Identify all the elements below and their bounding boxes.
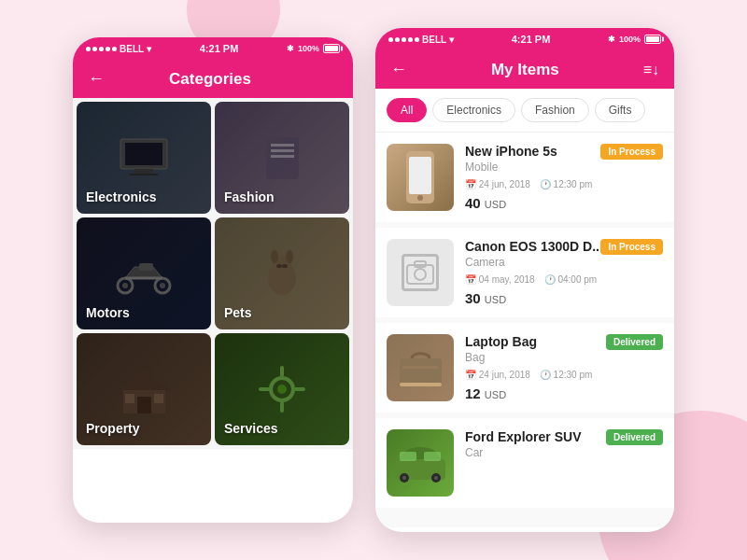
- my-items-phone: BELL ▾ 4:21 PM ✱ 100% ← My Items ≡↓ All …: [375, 28, 674, 532]
- suv-svg: [392, 442, 448, 484]
- tab-fashion[interactable]: Fashion: [521, 98, 589, 122]
- svg-point-33: [417, 195, 423, 201]
- item-meta-iphone: 📅 24 jun, 2018 🕐 12:30 pm: [465, 179, 663, 189]
- item-status-iphone: In Process: [600, 144, 663, 160]
- signal-dots-right: [388, 37, 419, 42]
- carrier-left: BELL: [120, 44, 144, 54]
- category-electronics[interactable]: Electronics: [77, 102, 211, 214]
- pets-label: Pets: [224, 305, 252, 320]
- tab-gifts[interactable]: Gifts: [595, 98, 646, 122]
- item-image-suv: [387, 429, 454, 497]
- signal-dot-3: [99, 47, 104, 51]
- svg-rect-37: [400, 358, 442, 386]
- my-items-header: ← My Items ≡↓: [375, 50, 674, 89]
- battery-text-left: 100%: [298, 44, 319, 53]
- item-date-camera: 📅 04 may, 2018: [465, 274, 535, 285]
- item-price-iphone: 40 USD: [465, 195, 663, 211]
- camera-placeholder: [402, 254, 439, 291]
- status-right-left: ✱ 100%: [287, 44, 340, 53]
- item-meta-bag: 📅 24 jun, 2018 🕐 12:30 pm: [465, 370, 663, 380]
- battery-text-right: 100%: [619, 35, 641, 44]
- item-image-camera: [387, 239, 454, 306]
- item-time-camera: 🕐 04:00 pm: [544, 274, 597, 285]
- tab-electronics[interactable]: Electronics: [432, 98, 515, 122]
- motors-label: Motors: [86, 305, 130, 320]
- status-left-right: BELL ▾: [388, 35, 454, 45]
- property-overlay: Property: [77, 333, 211, 445]
- category-pets[interactable]: Pets: [215, 217, 349, 329]
- services-label: Services: [224, 421, 278, 436]
- category-property[interactable]: Property: [77, 333, 211, 445]
- back-button-left[interactable]: ←: [88, 69, 105, 89]
- signal-dot-5: [112, 47, 117, 51]
- electronics-overlay: Electronics: [77, 102, 211, 214]
- item-camera[interactable]: Canon EOS 1300D D.. Camera 📅 04 may, 201…: [375, 228, 674, 317]
- items-list: New iPhone 5s Mobile 📅 24 jun, 2018 🕐 12…: [375, 133, 674, 527]
- svg-point-45: [402, 476, 406, 480]
- svg-rect-38: [402, 366, 439, 369]
- signal-dot-r4: [408, 37, 413, 42]
- battery-fill-left: [325, 46, 338, 51]
- fashion-overlay: Fashion: [215, 102, 349, 214]
- battery-icon-left: [323, 44, 340, 53]
- bluetooth-icon-right: ✱: [608, 35, 615, 44]
- item-price-bag: 12 USD: [465, 385, 663, 401]
- battery-icon-right: [644, 35, 661, 44]
- item-price-camera: 30 USD: [465, 290, 663, 306]
- item-date-iphone: 📅 24 jun, 2018: [465, 179, 530, 189]
- item-time-bag: 🕐 12:30 pm: [540, 370, 592, 380]
- status-bar-left: BELL ▾ 4:21 PM ✱ 100%: [73, 37, 353, 60]
- svg-rect-39: [400, 383, 442, 386]
- category-services[interactable]: Services: [215, 333, 349, 445]
- signal-dot-4: [106, 47, 110, 51]
- item-image-bag: [387, 334, 454, 401]
- svg-rect-32: [409, 157, 431, 194]
- svg-point-46: [434, 476, 438, 480]
- time-right: 4:21 PM: [512, 34, 551, 45]
- item-time-iphone: 🕐 12:30 pm: [540, 179, 592, 189]
- item-bag[interactable]: Laptop Bag Bag 📅 24 jun, 2018 🕐 12:30 pm…: [375, 323, 674, 413]
- wifi-icon-right: ▾: [449, 35, 454, 45]
- item-subtitle-camera: Camera: [465, 256, 663, 269]
- services-overlay: Services: [215, 333, 349, 445]
- item-status-camera: In Process: [600, 239, 663, 255]
- carrier-right: BELL: [422, 35, 446, 45]
- signal-dot-r5: [415, 37, 419, 42]
- sort-icon[interactable]: ≡↓: [643, 62, 659, 78]
- bluetooth-icon-left: ✱: [287, 44, 294, 53]
- camera-svg: [405, 258, 435, 287]
- item-meta-camera: 📅 04 may, 2018 🕐 04:00 pm: [465, 274, 663, 285]
- svg-rect-42: [424, 452, 441, 461]
- item-subtitle-iphone: Mobile: [465, 161, 663, 174]
- item-status-suv: Delivered: [606, 429, 663, 445]
- categories-grid: Electronics Fashion: [73, 98, 353, 449]
- motors-overlay: Motors: [77, 217, 211, 329]
- svg-point-35: [415, 269, 426, 280]
- signal-dot-1: [86, 47, 91, 51]
- signal-dot-r3: [402, 37, 406, 42]
- item-image-iphone: [387, 144, 454, 211]
- item-iphone[interactable]: New iPhone 5s Mobile 📅 24 jun, 2018 🕐 12…: [375, 133, 674, 222]
- pets-overlay: Pets: [215, 217, 349, 329]
- tab-all[interactable]: All: [387, 98, 427, 122]
- signal-dots: [86, 47, 117, 51]
- electronics-label: Electronics: [86, 189, 156, 204]
- back-button-right[interactable]: ←: [390, 60, 407, 79]
- item-subtitle-bag: Bag: [465, 351, 663, 364]
- status-bar-right: BELL ▾ 4:21 PM ✱ 100%: [375, 28, 674, 50]
- svg-rect-41: [400, 452, 416, 461]
- bag-svg: [395, 347, 446, 389]
- category-fashion[interactable]: Fashion: [215, 102, 349, 214]
- wifi-icon-left: ▾: [147, 44, 151, 54]
- signal-dot-r1: [388, 37, 393, 42]
- categories-title: Categories: [169, 70, 251, 89]
- property-label: Property: [86, 421, 140, 436]
- phone-right-content: All Electronics Fashion Gifts New iPhone…: [375, 89, 674, 527]
- category-motors[interactable]: Motors: [77, 217, 211, 329]
- my-items-title: My Items: [491, 61, 559, 79]
- fashion-label: Fashion: [224, 189, 275, 204]
- item-suv[interactable]: Ford Explorer SUV Car Delivered: [375, 418, 674, 508]
- item-date-bag: 📅 24 jun, 2018: [465, 370, 530, 380]
- status-left: BELL ▾: [86, 44, 151, 54]
- iphone-svg: [402, 149, 439, 205]
